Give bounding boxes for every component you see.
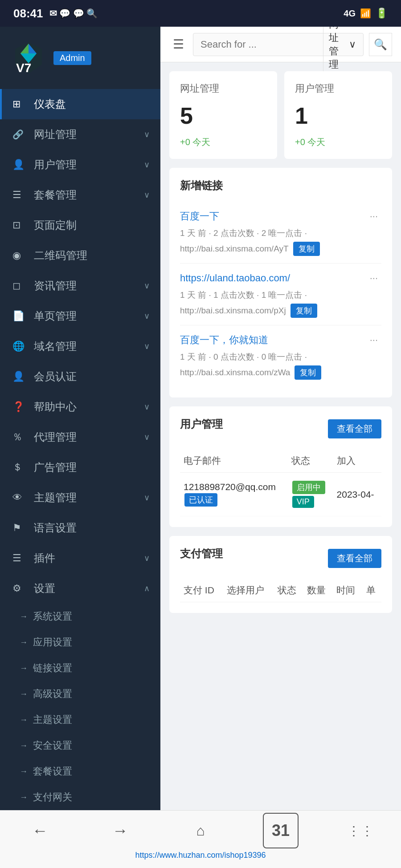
stat-card-user: 用户管理 1 +0 今天	[284, 71, 392, 159]
menu-dots-button[interactable]: ⋮⋮	[343, 813, 379, 848]
search-button[interactable]: 🔍	[369, 33, 392, 56]
link-title[interactable]: 百度一下，你就知道	[180, 333, 268, 347]
chevron-down-icon: ∨	[144, 553, 150, 563]
payment-section: 支付管理 查看全部 支付 ID 选择用户 状态 数量 时间 单	[169, 536, 392, 613]
stat-title: 网址管理	[180, 82, 266, 95]
link-item-header: https://uland.taobao.com/ ···	[180, 271, 381, 286]
sidebar-item-label: 仪表盘	[34, 97, 150, 111]
bottom-nav: ← → ⌂ 31 ⋮⋮ https://www.huzhan.com/ishop…	[0, 810, 401, 868]
search-icon: 🔍	[374, 38, 387, 51]
col-status: 状态	[288, 449, 333, 473]
sidebar-sub-advanced-settings[interactable]: → 高级设置	[0, 681, 160, 707]
payment-title: 支付管理	[180, 547, 223, 561]
sidebar-item-label: 设置	[34, 581, 144, 596]
sidebar-item-user-mgmt[interactable]: 👤 用户管理 ∨	[0, 150, 160, 180]
sidebar-item-label: 资讯管理	[34, 279, 144, 293]
link-url-row: http://bai.sd.xinsma.com/pXj 复制	[180, 304, 381, 318]
link-url: http://bai.sd.xinsma.com/zWa	[180, 368, 290, 377]
info-icon: ◻	[12, 280, 29, 292]
forward-button[interactable]: →	[102, 813, 138, 848]
sidebar-sub-payment-gateway[interactable]: → 支付网关	[0, 784, 160, 810]
section-header: 用户管理 查看全部	[180, 417, 381, 440]
link-title[interactable]: https://uland.taobao.com/	[180, 272, 290, 284]
link-menu-button[interactable]: ···	[366, 271, 381, 286]
dashboard-content: 网址管理 5 +0 今天 用户管理 1 +0 今天 新增链接 百度一下 ···	[160, 62, 401, 631]
back-button[interactable]: ←	[22, 813, 58, 848]
payment-table: 支付 ID 选择用户 状态 数量 时间 单	[180, 579, 381, 602]
sidebar-item-package[interactable]: ☰ 套餐管理 ∨	[0, 180, 160, 210]
link-menu-button[interactable]: ···	[366, 209, 381, 224]
theme-icon: 👁	[12, 492, 29, 503]
sidebar-item-label: 二维码管理	[34, 248, 150, 263]
link-url-row: http://bai.sd.xinsma.com/zWa 复制	[180, 365, 381, 380]
admin-badge: Admin	[53, 51, 91, 65]
view-all-users-button[interactable]: 查看全部	[328, 419, 381, 438]
hamburger-button[interactable]: ☰	[169, 33, 188, 55]
sidebar-item-theme[interactable]: 👁 主题管理 ∨	[0, 483, 160, 513]
sidebar-item-ads[interactable]: ＄ 广告管理	[0, 452, 160, 483]
chevron-down-icon: ∨	[144, 311, 150, 321]
user-icon: 👤	[12, 159, 29, 170]
sidebar-sub-link-settings[interactable]: → 链接设置	[0, 655, 160, 681]
home-button[interactable]: ⌂	[183, 813, 218, 848]
sidebar-item-settings[interactable]: ⚙ 设置 ∧	[0, 573, 160, 604]
sidebar-item-label: 域名管理	[34, 339, 144, 353]
user-mgmt-title: 用户管理	[180, 417, 223, 431]
sidebar-item-page-custom[interactable]: ⊡ 页面定制	[0, 210, 160, 240]
sidebar-sub-theme-settings[interactable]: → 主题设置	[0, 707, 160, 733]
sidebar-nav: ⊞ 仪表盘 🔗 网址管理 ∨ 👤 用户管理 ∨ ☰ 套餐管理 ∨	[0, 89, 160, 810]
sub-item-label: 安全设置	[33, 739, 72, 752]
table-header-row: 支付 ID 选择用户 状态 数量 时间 单	[180, 579, 381, 602]
copy-button[interactable]: 复制	[291, 304, 317, 318]
col-join: 加入	[333, 449, 381, 473]
sidebar-item-info[interactable]: ◻ 资讯管理 ∨	[0, 271, 160, 301]
view-all-payments-button[interactable]: 查看全部	[328, 549, 381, 568]
sidebar-item-agent[interactable]: ％ 代理管理 ∨	[0, 422, 160, 452]
signal-icon: 📶	[360, 8, 371, 19]
user-join-date: 2023-04-	[333, 473, 381, 516]
user-mgmt-section: 用户管理 查看全部 电子邮件 状态 加入 121889	[169, 406, 392, 527]
sidebar-sub-system-settings[interactable]: → 系统设置	[0, 604, 160, 629]
col-select-user: 选择用户	[223, 579, 274, 602]
plugin-icon: ☰	[12, 552, 29, 564]
stat-number: 1	[295, 102, 381, 129]
sidebar-item-label: 单页管理	[34, 309, 144, 323]
sidebar-item-single-page[interactable]: 📄 单页管理 ∨	[0, 301, 160, 331]
search-input[interactable]	[200, 39, 323, 50]
sidebar-item-url-mgmt[interactable]: 🔗 网址管理 ∨	[0, 119, 160, 150]
sidebar-item-language[interactable]: ⚑ 语言设置	[0, 513, 160, 543]
sidebar-sub-app-settings[interactable]: → 应用设置	[0, 629, 160, 655]
chevron-up-icon: ∧	[144, 584, 150, 593]
sidebar-item-qr[interactable]: ◉ 二维码管理	[0, 240, 160, 271]
help-icon: ❓	[12, 401, 29, 413]
signal-label: 4G	[344, 8, 356, 19]
col-unit: 单	[363, 579, 381, 602]
link-item-header: 百度一下 ···	[180, 209, 381, 224]
link-menu-button[interactable]: ···	[366, 333, 381, 348]
status-bar-right: 4G 📶 🔋	[344, 8, 388, 19]
member-icon: 👤	[12, 371, 29, 382]
new-links-title: 新增链接	[180, 178, 381, 193]
sidebar-item-domain[interactable]: 🌐 域名管理 ∨	[0, 331, 160, 361]
user-status-cell: 启用中 VIP	[288, 473, 333, 516]
table-header-row: 电子邮件 状态 加入	[180, 449, 381, 473]
sidebar-item-plugins[interactable]: ☰ 插件 ∨	[0, 543, 160, 573]
col-email: 电子邮件	[180, 449, 288, 473]
arrow-right-icon: →	[20, 767, 28, 776]
calendar-button[interactable]: 31	[263, 813, 299, 848]
copy-button[interactable]: 复制	[293, 242, 320, 256]
sidebar-item-label: 广告管理	[34, 460, 150, 475]
sidebar-item-member-auth[interactable]: 👤 会员认证	[0, 361, 160, 392]
col-amount: 数量	[303, 579, 333, 602]
copy-button[interactable]: 复制	[295, 365, 321, 380]
link-title[interactable]: 百度一下	[180, 210, 219, 223]
arrow-right-icon: →	[20, 612, 28, 621]
time-display: 08:41	[13, 7, 43, 20]
sidebar-item-help[interactable]: ❓ 帮助中心 ∨	[0, 392, 160, 422]
sidebar-item-label: 插件	[34, 551, 144, 565]
search-dropdown[interactable]: 网址管理 ∨	[323, 27, 356, 71]
sidebar-sub-package-settings[interactable]: → 套餐设置	[0, 758, 160, 784]
sidebar-item-dashboard[interactable]: ⊞ 仪表盘	[0, 89, 160, 119]
chevron-down-icon: ∨	[144, 402, 150, 412]
sidebar-sub-security-settings[interactable]: → 安全设置	[0, 733, 160, 758]
